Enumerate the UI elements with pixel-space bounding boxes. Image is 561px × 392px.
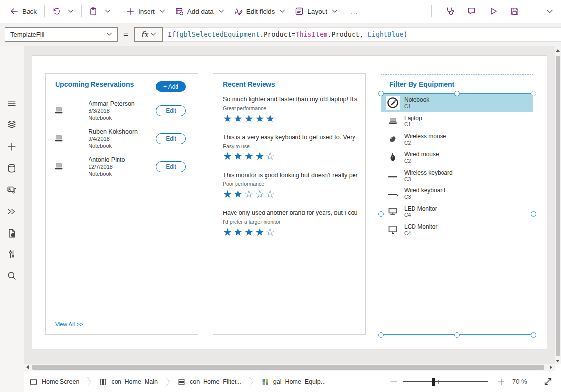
equipment-item[interactable]: LCD Monitor C4: [381, 221, 533, 239]
equipment-text: Laptop C1: [404, 115, 422, 127]
review-item[interactable]: Have only used another brand for years, …: [223, 209, 358, 247]
breadcrumb-item[interactable]: con_Home_Main: [99, 378, 158, 386]
breadcrumb-label: Home Screen: [42, 378, 79, 385]
view-all-link[interactable]: View All >>: [55, 321, 83, 327]
equipment-item-selected[interactable]: Notebook C1: [381, 94, 533, 112]
layout-menu-button[interactable]: Layout: [292, 5, 341, 18]
reservation-name: Antonio Pinto: [89, 156, 125, 164]
wireless-keyboard-icon: [387, 170, 399, 181]
selection-handle-top-center[interactable]: [454, 91, 460, 96]
insert-menu-button[interactable]: Insert: [123, 5, 168, 18]
reservation-row: Ammar Peterson 8/3/2018 Notebook Edit: [46, 99, 198, 127]
selection-handle-top-left[interactable]: [378, 91, 384, 96]
power-automate-icon[interactable]: [7, 207, 17, 216]
hamburger-menu-icon[interactable]: [7, 98, 17, 108]
scroll-right-arrow-icon[interactable]: [550, 365, 552, 369]
advanced-tools-icon[interactable]: [7, 249, 17, 259]
property-dropdown[interactable]: TemplateFill: [5, 27, 118, 42]
web-file-icon[interactable]: [7, 228, 17, 238]
selection-handle-bottom-right[interactable]: [531, 332, 536, 338]
selection-handle-top-right[interactable]: [531, 91, 536, 96]
recent-reviews-panel[interactable]: Recent Reviews So much lighter and faste…: [213, 73, 366, 335]
columns-layout-icon: [99, 378, 107, 386]
panel-title: Recent Reviews: [223, 80, 275, 88]
review-item[interactable]: So much lighter and faster than my old l…: [223, 95, 358, 133]
upcoming-reservations-panel[interactable]: Upcoming Reservations + Add Ammar Peters…: [45, 73, 198, 335]
equipment-item[interactable]: Wireless keyboard C3: [381, 166, 533, 184]
selection-handle-bottom-center[interactable]: [454, 332, 460, 338]
formula-segment: LightBlue: [367, 30, 403, 38]
toolbar-divider: [81, 5, 82, 17]
preview-play-icon[interactable]: [489, 7, 498, 16]
breadcrumb-item[interactable]: gal_Home_Equip...: [261, 378, 325, 386]
equipment-item[interactable]: LED Monitor C4: [381, 203, 533, 221]
equipment-item[interactable]: Laptop C1: [381, 112, 533, 130]
app-canvas[interactable]: Upcoming Reservations + Add Ammar Peters…: [32, 55, 547, 349]
selection-handle-mid-right[interactable]: [531, 211, 536, 217]
paste-button[interactable]: [86, 5, 101, 18]
review-item[interactable]: This is a very easy keyboard to get used…: [223, 133, 358, 171]
edit-reservation-button[interactable]: Edit: [156, 105, 186, 116]
tree-view-icon[interactable]: [7, 120, 17, 129]
lcd-monitor-icon: [387, 224, 399, 236]
property-name: TemplateFill: [10, 31, 44, 38]
comments-icon[interactable]: [467, 7, 476, 16]
zoom-out-icon[interactable]: [390, 378, 398, 386]
equipment-gallery[interactable]: Notebook C1 Laptop C1 Wireless mouse C2 …: [381, 93, 533, 335]
zoom-fit-notch-icon: [437, 380, 441, 384]
data-icon[interactable]: [7, 163, 17, 173]
equipment-item[interactable]: Wireless mouse C2: [381, 130, 533, 149]
media-icon[interactable]: [7, 185, 17, 195]
equipment-item[interactable]: Wired mouse C2: [381, 148, 533, 166]
review-item[interactable]: This monitor is good looking but doesn't…: [223, 171, 358, 209]
formula-input[interactable]: If(gblSelectedEquipment.Product=ThisItem…: [163, 27, 561, 42]
edit-reservation-button[interactable]: Edit: [156, 161, 186, 172]
add-reservation-button[interactable]: + Add: [156, 81, 186, 92]
fit-to-window-icon[interactable]: [543, 377, 553, 386]
edit-reservation-button[interactable]: Edit: [156, 133, 186, 144]
toolbar-overflow-button[interactable]: ...: [348, 7, 361, 16]
zoom-slider-thumb[interactable]: [432, 378, 435, 386]
chevron-down-icon: [279, 9, 285, 13]
fx-button[interactable]: fx: [134, 27, 163, 42]
scroll-down-arrow-icon[interactable]: [556, 360, 560, 362]
panel-title: Upcoming Reservations: [55, 80, 134, 88]
undo-button[interactable]: [49, 5, 64, 18]
breadcrumb-item[interactable]: Home Screen: [30, 378, 79, 386]
scroll-up-arrow-icon[interactable]: [556, 49, 560, 52]
clipboard-icon: [89, 7, 98, 16]
zoom-in-icon[interactable]: [497, 378, 505, 386]
reviews-list: So much lighter and faster than my old l…: [223, 95, 358, 247]
equipment-category: C1: [404, 121, 422, 127]
selection-handle-mid-left[interactable]: [378, 211, 384, 217]
back-button[interactable]: Back: [7, 5, 40, 18]
edit-fields-menu-button[interactable]: Edit fields: [231, 5, 289, 18]
horizontal-scrollbar-thumb[interactable]: [32, 365, 544, 370]
review-text: So much lighter and faster than my old l…: [223, 95, 358, 103]
laptop-photo-icon: [387, 115, 399, 127]
equipment-name: Wired mouse: [404, 151, 439, 158]
save-icon[interactable]: [510, 7, 519, 16]
chevron-down-icon: [332, 9, 338, 13]
vertical-scrollbar-thumb[interactable]: [556, 56, 560, 356]
equipment-item[interactable]: Wired keyboard C3: [381, 184, 533, 203]
zoom-slider[interactable]: [403, 381, 488, 382]
save-options-chevron-icon[interactable]: [546, 9, 553, 14]
vertical-scrollbar[interactable]: [555, 46, 561, 364]
star-rating: ★★☆☆☆: [223, 188, 358, 200]
insert-plus-icon[interactable]: [7, 142, 17, 151]
equipment-icon: [386, 223, 400, 237]
chevron-down-icon: [159, 9, 165, 13]
add-data-menu-button[interactable]: Add data: [172, 5, 227, 18]
selection-handle-bottom-left[interactable]: [378, 332, 384, 338]
review-subtitle: Easy to use: [223, 143, 358, 149]
scroll-left-arrow-icon[interactable]: [26, 365, 29, 369]
horizontal-scrollbar[interactable]: [24, 364, 555, 371]
reservation-row: Ruben Kokshoorn 9/4/2018 Notebook Edit: [46, 127, 198, 155]
laptop-icon: [53, 132, 64, 144]
app-checker-icon[interactable]: [445, 7, 454, 16]
breadcrumb-item[interactable]: con_Home_Filter...: [177, 378, 241, 386]
paste-dropdown[interactable]: [101, 7, 114, 15]
undo-dropdown[interactable]: [64, 7, 77, 15]
search-icon[interactable]: [7, 271, 17, 281]
